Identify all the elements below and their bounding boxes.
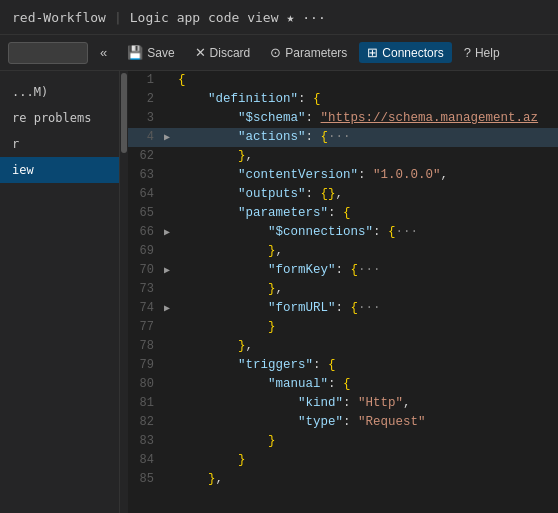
connectors-icon: ⊞ — [367, 45, 378, 60]
table-row: 2 "definition": { — [128, 90, 558, 109]
table-row: 79 "triggers": { — [128, 356, 558, 375]
table-row: 83 } — [128, 432, 558, 451]
table-row: 81 "kind": "Http", — [128, 394, 558, 413]
discard-button[interactable]: ✕ Discard — [187, 42, 259, 63]
code-container[interactable]: 1 { 2 "definition": { 3 "$schema": "http… — [128, 71, 558, 513]
sidebar-item-view[interactable]: iew — [0, 157, 119, 183]
table-row: 85 }, — [128, 470, 558, 489]
editor-area: 1 { 2 "definition": { 3 "$schema": "http… — [128, 71, 558, 513]
toolbar: « 💾 Save ✕ Discard ⊙ Parameters ⊞ Connec… — [0, 35, 558, 71]
view-type: Logic app code view — [130, 10, 279, 25]
table-row: 65 "parameters": { — [128, 204, 558, 223]
parameters-button[interactable]: ⊙ Parameters — [262, 42, 355, 63]
table-row: 69 }, — [128, 242, 558, 261]
table-row: 73 }, — [128, 280, 558, 299]
scroll-gutter[interactable] — [120, 71, 128, 513]
sidebar: ...M) re problems r iew — [0, 71, 120, 513]
main-layout: ...M) re problems r iew 1 { 2 "definitio… — [0, 71, 558, 513]
sidebar-item-problems[interactable]: re problems — [0, 105, 119, 131]
workflow-name: red-Workflow — [12, 10, 106, 25]
title-bar: red-Workflow | Logic app code view ★ ··· — [0, 0, 558, 35]
save-button[interactable]: 💾 Save — [119, 42, 182, 63]
save-icon: 💾 — [127, 45, 143, 60]
parameters-icon: ⊙ — [270, 45, 281, 60]
scroll-thumb[interactable] — [121, 73, 127, 153]
connectors-button[interactable]: ⊞ Connectors — [359, 42, 451, 63]
table-row: 70 ▶ "formKey": {··· — [128, 261, 558, 280]
collapse-button[interactable]: « — [92, 42, 115, 63]
table-row: 62 }, — [128, 147, 558, 166]
table-row: 80 "manual": { — [128, 375, 558, 394]
table-row: 78 }, — [128, 337, 558, 356]
table-row: 84 } — [128, 451, 558, 470]
discard-icon: ✕ — [195, 45, 206, 60]
sidebar-item-r[interactable]: r — [0, 131, 119, 157]
table-row: 64 "outputs": {}, — [128, 185, 558, 204]
table-row: 1 { — [128, 71, 558, 90]
table-row: 63 "contentVersion": "1.0.0.0", — [128, 166, 558, 185]
table-row: 74 ▶ "formURL": {··· — [128, 299, 558, 318]
help-icon: ? — [464, 45, 471, 60]
more-options-icon[interactable]: ··· — [302, 10, 325, 25]
table-row: 3 "$schema": "https://schema.management.… — [128, 109, 558, 128]
star-icon[interactable]: ★ — [286, 10, 294, 25]
table-row: 4 ▶ "actions": {··· — [128, 128, 558, 147]
table-row: 82 "type": "Request" — [128, 413, 558, 432]
table-row: 77 } — [128, 318, 558, 337]
search-input[interactable] — [8, 42, 88, 64]
collapse-icon: « — [100, 45, 107, 60]
sidebar-item-m[interactable]: ...M) — [0, 79, 119, 105]
table-row: 66 ▶ "$connections": {··· — [128, 223, 558, 242]
help-button[interactable]: ? Help — [456, 42, 508, 63]
